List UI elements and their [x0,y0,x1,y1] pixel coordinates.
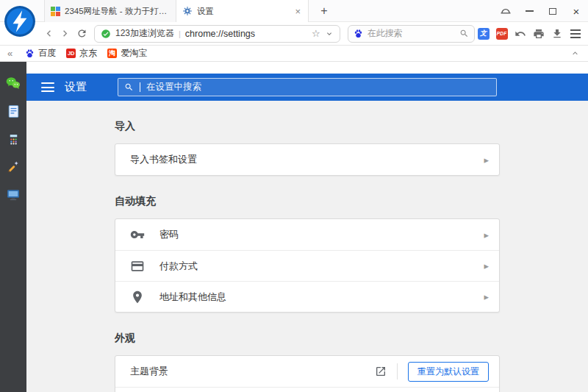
tab-settings[interactable]: 设置 × [176,0,309,22]
notes-pen-icon[interactable] [5,159,21,175]
chevron-right-icon: ▸ [484,155,489,165]
printer-icon[interactable] [530,25,547,42]
new-tab-button[interactable]: + [316,4,332,18]
bookmark-aitaobao[interactable]: 淘 爱淘宝 [102,46,152,62]
chevron-right-icon: ▸ [484,292,489,302]
address-dropdown-icon[interactable] [325,29,334,38]
row-label: 付款方式 [159,260,198,273]
toolbar-actions: 文 PDF [475,25,584,42]
minimize-button[interactable] [523,5,535,17]
address-url: chrome://settings [185,29,255,39]
row-passwords[interactable]: 密码 ▸ [115,219,499,250]
gear-icon [182,6,193,16]
browser-window: 2345网址导航 - 致力于打造百年 设置 [0,0,588,392]
bookmark-label: 爱淘宝 [121,47,147,60]
menu-icon[interactable] [567,25,584,42]
search-icon [124,82,134,92]
autofill-card: 密码 ▸ 付款方式 ▸ 地址和其他信息 [115,218,500,313]
titlebar: 2345网址导航 - 致力于打造百年 设置 [0,0,588,22]
baidu-icon [354,29,363,38]
page-title: 设置 [65,80,87,94]
bookmark-baidu[interactable]: 百度 [20,46,61,62]
settings-page: 设置 在设置中搜索 导入 导入书签和设置 ▸ 自动填充 [26,62,588,392]
site-name: 123加速浏览器 [115,27,174,40]
forward-button[interactable] [58,26,74,41]
pdf-icon[interactable]: PDF [493,25,510,42]
row-label: 主题背景 [130,365,168,378]
row-import-bookmarks-settings[interactable]: 导入书签和设置 ▸ [115,144,499,175]
page-top-gap [26,62,588,74]
settings-search-input[interactable]: 在设置中搜索 [118,78,497,96]
settings-content[interactable]: 导入 导入书签和设置 ▸ 自动填充 密码 ▸ [26,101,588,392]
collapse-sidebar-icon[interactable]: « [7,49,12,58]
chevron-right-icon: ▸ [484,230,489,240]
chevron-right-icon: ▸ [484,261,489,271]
calculator-icon[interactable] [5,131,21,147]
row-show-home-button[interactable]: 显示“主页”按钮 [115,387,499,392]
import-card: 导入书签和设置 ▸ [115,143,500,176]
jd-icon: JD [66,49,76,58]
row-label: 地址和其他信息 [159,291,226,304]
bookmark-star-icon[interactable]: ☆ [312,29,320,38]
row-label: 导入书签和设置 [130,153,197,166]
baidu-icon [25,49,35,58]
bookmark-label: 京东 [79,47,97,60]
left-sidebar [0,62,26,392]
close-window-button[interactable]: × [570,5,582,17]
maximize-button[interactable] [547,5,559,17]
toolbar: 123加速浏览器 | chrome://settings ☆ 在此搜索 [0,22,588,46]
section-title-autofill: 自动填充 [115,176,500,218]
bookmark-jd[interactable]: JD 京东 [61,46,102,62]
section-title-import: 导入 [115,101,500,143]
section-title-appearance: 外观 [115,313,500,355]
open-in-new-icon [375,366,387,377]
wechat-icon[interactable] [5,75,21,91]
download-icon[interactable] [548,25,565,42]
bookmarks-bar: « 百度 JD 京东 淘 爱淘宝 [0,46,588,62]
taobao-icon: 淘 [107,49,117,58]
settings-header: 设置 在设置中搜索 [26,74,588,101]
lightning-logo-icon [4,5,36,38]
address-bar[interactable]: 123加速浏览器 | chrome://settings ☆ [94,25,340,43]
document-icon[interactable] [5,103,21,119]
row-theme[interactable]: 主题背景 重置为默认设置 [115,356,499,387]
close-tab-icon[interactable]: × [293,7,302,16]
back-button[interactable] [41,26,57,41]
site-safe-icon [101,29,111,39]
skin-hat-icon[interactable] [500,5,512,17]
undo-icon[interactable] [512,25,528,42]
row-label: 密码 [159,228,179,241]
bookmark-label: 百度 [38,47,56,60]
tab-label: 设置 [197,6,289,17]
tab-label: 2345网址导航 - 致力于打造百年 [65,6,170,17]
window-controls: × [500,0,582,22]
divider [397,363,398,379]
text-cursor [140,82,140,92]
chevron-up-icon[interactable] [567,46,582,61]
search-icon[interactable] [459,29,469,38]
location-pin-icon [130,290,145,304]
translate-icon[interactable]: 文 [475,25,492,42]
appearance-card: 主题背景 重置为默认设置 显示“主页”按钮 [115,355,500,392]
settings-menu-icon[interactable] [41,82,54,92]
tab-2345-nav[interactable]: 2345网址导航 - 致力于打造百年 [44,0,176,22]
address-separator: | [179,29,181,38]
reset-theme-button[interactable]: 重置为默认设置 [408,362,489,382]
settings-search-placeholder: 在设置中搜索 [146,81,201,93]
screenshot-monitor-icon[interactable] [5,187,21,203]
row-payment-methods[interactable]: 付款方式 ▸ [115,250,499,281]
refresh-button[interactable] [74,26,90,41]
row-addresses[interactable]: 地址和其他信息 ▸ [115,281,499,312]
toolbar-search-input[interactable]: 在此搜索 [348,25,475,43]
search-placeholder: 在此搜索 [368,27,455,40]
browser-logo[interactable] [4,5,36,38]
credit-card-icon [130,259,145,274]
2345-favicon [51,7,60,16]
key-icon [130,227,145,242]
